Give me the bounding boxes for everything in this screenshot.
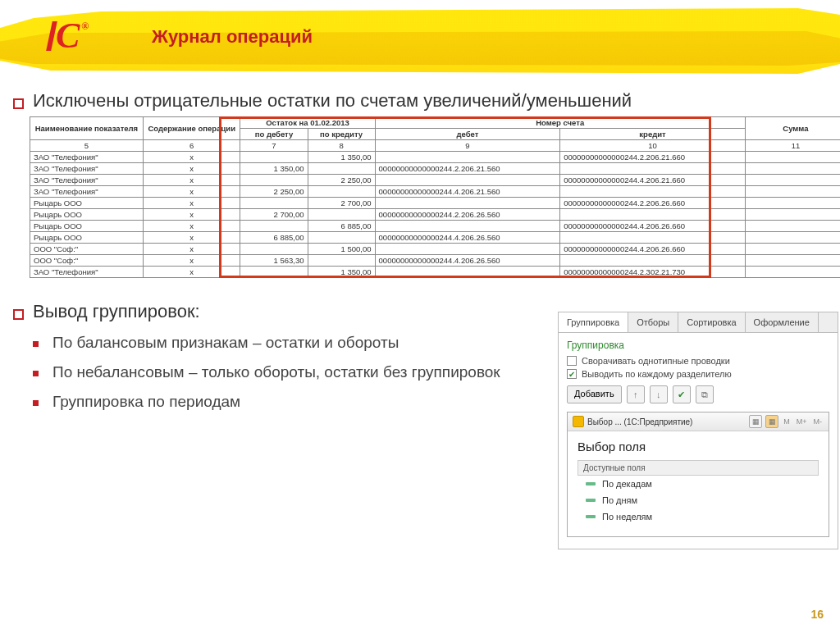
mem-mp[interactable]: M+ (795, 417, 809, 426)
cell-sum (745, 152, 840, 163)
colnum: 10 (560, 140, 746, 152)
checkbox-icon (567, 356, 577, 366)
move-up-button[interactable]: ↑ (627, 385, 645, 403)
cell-name: ЗАО "Телефония" (30, 186, 144, 198)
panel-heading: Группировка (567, 340, 829, 351)
field-item[interactable]: По дням (578, 492, 819, 508)
page-number: 16 (810, 608, 824, 621)
th-name: Наименование показателя (30, 117, 144, 140)
cell-op: x (143, 244, 240, 255)
cell-op: x (143, 221, 240, 232)
colnum: 6 (143, 140, 240, 152)
cell-deb (240, 221, 308, 232)
cell-op: x (143, 175, 240, 186)
th-kred: по кредиту (308, 129, 375, 140)
cell-name: ЗАО "Телефония" (30, 267, 144, 278)
tab-filters[interactable]: Отборы (628, 312, 678, 332)
sub-bullet-2: По небалансовым – только обороты, остатк… (33, 363, 538, 381)
cell-kredit: 00000000000000244.4.206.26.660 (560, 244, 746, 255)
mem-mm[interactable]: M- (812, 417, 824, 426)
bullet-main-1: Исключены отрицательные остатки по счета… (13, 90, 827, 278)
field-icon (586, 499, 596, 502)
checkbox-collapse[interactable]: Сворачивать однотипные проводки (567, 356, 829, 366)
cell-kredit (560, 186, 746, 198)
move-down-button[interactable]: ↓ (650, 385, 668, 403)
field-icon (586, 482, 596, 485)
cell-kred (308, 163, 375, 175)
cell-kred: 2 700,00 (308, 198, 375, 209)
cell-deb (240, 175, 308, 186)
cell-deb (240, 152, 308, 163)
cell-kred (308, 209, 375, 221)
cell-kred (308, 255, 375, 267)
table-row: ЗАО "Телефония"x2 250,000000000000000024… (30, 186, 841, 198)
cell-op: x (143, 267, 240, 278)
data-table-wrap: Наименование показателя Содержание опера… (30, 116, 827, 278)
tab-grouping[interactable]: Группировка (559, 312, 628, 332)
th-sum: Сумма (745, 117, 840, 140)
cell-sum (745, 186, 840, 198)
cell-deb: 2 250,00 (240, 186, 308, 198)
cell-kred (308, 232, 375, 244)
cell-kred: 2 250,00 (308, 175, 375, 186)
cell-kredit: 00000000000000244.2.302.21.730 (560, 267, 746, 278)
bullet-main-2: Вывод группировок: По балансовым признак… (13, 301, 538, 411)
cell-sum (745, 232, 840, 244)
page-title: Журнал операций (152, 26, 313, 48)
table-row: ООО "Соф:"x1 500,0000000000000000244.4.2… (30, 244, 841, 255)
cell-name: ЗАО "Телефония" (30, 152, 144, 163)
cell-op: x (143, 209, 240, 221)
cell-kred: 1 500,00 (308, 244, 375, 255)
add-button[interactable]: Добавить (567, 385, 622, 403)
checkbox-separator-label: Выводить по каждому разделителю (582, 369, 732, 379)
cell-kredit: 00000000000000244.4.206.26.660 (560, 221, 746, 232)
cell-kredit: 00000000000000244.2.206.21.660 (560, 152, 746, 163)
cell-op: x (143, 198, 240, 209)
cell-debet: 00000000000000244.4.206.26.560 (375, 232, 560, 244)
colnum: 11 (745, 140, 840, 152)
cell-debet: 00000000000000244.4.206.21.560 (375, 186, 560, 198)
cell-op: x (143, 152, 240, 163)
check-button[interactable]: ✔ (673, 385, 691, 403)
tab-sort[interactable]: Сортировка (678, 312, 745, 332)
cell-name: ООО "Соф:" (30, 244, 144, 255)
field-item[interactable]: По декадам (578, 476, 819, 492)
th-debet: дебет (375, 129, 560, 140)
cell-debet (375, 244, 560, 255)
mem-m[interactable]: M (782, 417, 792, 426)
field-item[interactable]: По неделям (578, 508, 819, 525)
tab-style[interactable]: Оформление (746, 312, 819, 332)
cell-debet (375, 221, 560, 232)
grouping-panel: Группировка Отборы Сортировка Оформление… (558, 312, 838, 549)
checkbox-separator[interactable]: ✔ Выводить по каждому разделителю (567, 369, 829, 379)
cell-sum (745, 255, 840, 267)
calc-icon[interactable]: ▦ (749, 415, 762, 428)
cell-sum (745, 209, 840, 221)
checkbox-collapse-label: Сворачивать однотипные проводки (582, 356, 730, 366)
cell-sum (745, 198, 840, 209)
cell-op: x (143, 255, 240, 267)
cell-kred: 1 350,00 (308, 267, 375, 278)
th-nomer: Номер счета (375, 117, 745, 129)
panel-tabs: Группировка Отборы Сортировка Оформление (559, 312, 838, 333)
cell-kredit (560, 255, 746, 267)
cell-sum (745, 221, 840, 232)
copy-button[interactable]: ⧉ (696, 385, 714, 403)
cell-op: x (143, 186, 240, 198)
colnum: 8 (308, 140, 375, 152)
field-label: По дням (602, 495, 637, 505)
cell-deb (240, 267, 308, 278)
cell-debet (375, 198, 560, 209)
table-row: Рыцарь ОООx2 700,0000000000000000244.2.2… (30, 209, 841, 221)
cell-kredit (560, 232, 746, 244)
calendar-icon[interactable]: ▦ (765, 415, 778, 428)
cell-deb: 2 700,00 (240, 209, 308, 221)
checkbox-icon-checked: ✔ (567, 369, 577, 379)
table-row: Рыцарь ОООx2 700,0000000000000000244.2.2… (30, 198, 841, 209)
popup-title: Выбор ... (1С:Предприятие) (587, 417, 692, 426)
cell-sum (745, 267, 840, 278)
cell-debet (375, 152, 560, 163)
bullet-main-1-text: Исключены отрицательные остатки по счета… (33, 90, 632, 111)
cell-name: Рыцарь ООО (30, 209, 144, 221)
sub-bullet-1: По балансовым признакам – остатки и обор… (33, 334, 538, 352)
